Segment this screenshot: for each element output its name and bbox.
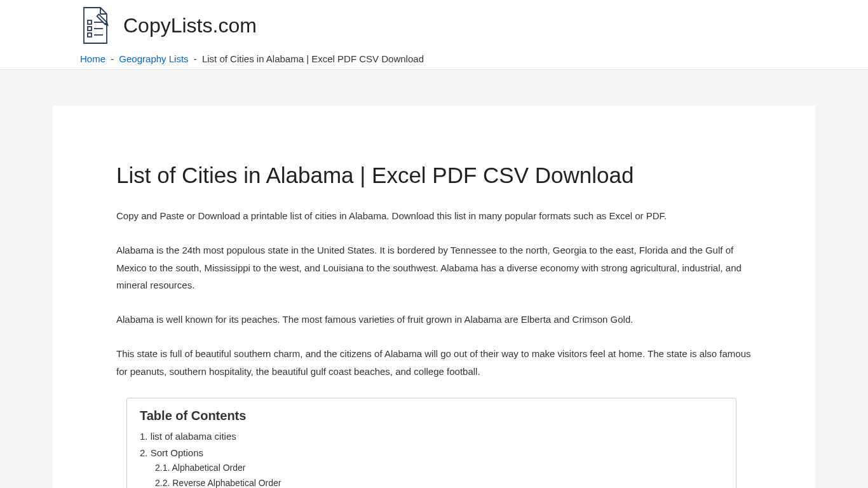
breadcrumb-category[interactable]: Geography Lists xyxy=(119,53,188,64)
content-card: List of Cities in Alabama | Excel PDF CS… xyxy=(53,105,815,488)
toc-item[interactable]: 2. Sort Options xyxy=(140,445,723,461)
site-title[interactable]: CopyLists.com xyxy=(123,14,257,37)
intro-para-1: Copy and Paste or Download a printable l… xyxy=(116,207,752,225)
intro-para-3: Alabama is well known for its peaches. T… xyxy=(116,311,752,329)
header-inner: CopyLists.com Home - Geography Lists - L… xyxy=(27,6,841,64)
header-bar: CopyLists.com Home - Geography Lists - L… xyxy=(0,0,868,70)
breadcrumb-sep: - xyxy=(108,53,116,64)
toc-subitem[interactable]: 2.2. Reverse Alphabetical Order xyxy=(140,476,723,488)
intro-para-2: Alabama is the 24th most populous state … xyxy=(116,241,752,294)
breadcrumb-home[interactable]: Home xyxy=(80,53,105,64)
intro-para-4: This state is full of beautiful southern… xyxy=(116,345,752,381)
page-title: List of Cities in Alabama | Excel PDF CS… xyxy=(116,163,752,188)
breadcrumb: Home - Geography Lists - List of Cities … xyxy=(80,53,788,64)
site-title-row: CopyLists.com xyxy=(80,6,788,44)
toc-item[interactable]: 1. list of alabama cities xyxy=(140,428,723,445)
document-checklist-icon xyxy=(80,6,111,44)
toc-title: Table of Contents xyxy=(140,409,723,423)
breadcrumb-sep: - xyxy=(191,53,200,64)
breadcrumb-current: List of Cities in Alabama | Excel PDF CS… xyxy=(202,53,424,64)
toc-box: Table of Contents 1. list of alabama cit… xyxy=(126,398,736,488)
toc-subitem[interactable]: 2.1. Alphabetical Order xyxy=(140,461,723,476)
